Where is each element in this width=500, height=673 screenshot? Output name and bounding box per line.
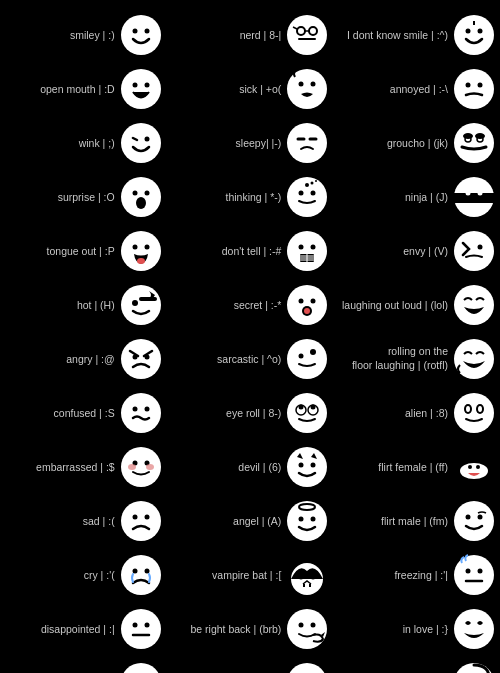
svg-point-115 [299,575,304,580]
svg-point-108 [454,501,494,541]
list-item: confused | :S [0,386,167,440]
svg-point-2 [144,29,149,34]
svg-point-39 [311,191,316,196]
svg-point-95 [287,447,327,487]
svg-point-59 [454,231,494,271]
emoji-icon [285,13,329,57]
emoji-icon [452,229,496,273]
emoji-label: eye roll | 8-) [171,407,282,420]
svg-point-126 [299,623,304,628]
list-item: surprise | :O [0,170,167,224]
emoji-label: flirt female | (ff) [337,461,448,474]
emoji-icon [452,337,496,381]
emoji-icon [285,229,329,273]
svg-point-89 [478,406,482,412]
svg-point-105 [299,517,304,522]
svg-point-79 [144,407,149,412]
emoji-label: angel | (A) [171,515,282,528]
svg-point-16 [287,69,327,109]
svg-point-1 [132,29,137,34]
svg-point-68 [304,308,310,314]
svg-point-64 [287,285,327,325]
svg-point-113 [144,569,149,574]
svg-point-100 [476,465,480,469]
list-item: flirt male | (fm) [333,494,500,548]
list-item: ninja | (J) [333,170,500,224]
svg-point-119 [478,569,483,574]
list-item: sad | :( [0,494,167,548]
list-item: smiley | :) [0,8,167,62]
svg-point-61 [121,285,161,325]
list-item: annoyed | :-\ [333,62,500,116]
svg-point-49 [144,245,149,250]
svg-point-109 [466,515,471,520]
list-item: nerd | 8-| [167,8,334,62]
svg-point-42 [315,180,317,182]
svg-point-17 [299,82,304,87]
emoji-icon [285,121,329,165]
emoji-icon [119,445,163,489]
emoji-icon [119,229,163,273]
emoji-label: disappointed | :| [4,623,115,636]
svg-point-65 [299,299,304,304]
emoji-label: angry | :@ [4,353,115,366]
emoji-icon [119,67,163,111]
emoji-label: nerd | 8-| [171,29,282,42]
svg-point-46 [478,191,483,196]
svg-point-125 [287,609,327,649]
emoji-label: flirt male | (fm) [337,515,448,528]
emoji-icon [285,391,329,435]
emoji-label: don't tell | :-# [171,245,282,258]
svg-point-41 [311,182,314,185]
svg-point-10 [466,29,471,34]
list-item: flirt female | (ff) [333,440,500,494]
emoji-label: sick | +o( [171,83,282,96]
svg-point-99 [468,465,472,469]
svg-point-93 [128,464,136,470]
list-item: be right back | (brb) [167,602,334,656]
svg-point-20 [466,83,471,88]
svg-point-25 [287,123,327,163]
svg-point-52 [299,245,304,250]
svg-point-11 [478,29,483,34]
emoji-label: annoyed | :-\ [337,83,448,96]
svg-point-51 [287,231,327,271]
emoji-label: freezing | :'| [337,569,448,582]
emoji-icon [452,13,496,57]
svg-point-60 [478,245,483,250]
emoji-icon [285,337,329,381]
emoji-icon [452,607,496,651]
emoji-label: groucho | (jk) [337,137,448,150]
emoji-icon [285,445,329,489]
emoji-label: open mouth | :D [4,83,115,96]
emoji-icon [452,175,496,219]
svg-point-101 [121,501,161,541]
emoji-label: embarrassed | :$ [4,461,115,474]
emoji-label: tongue out | :P [4,245,115,258]
svg-point-36 [136,197,146,209]
list-item: baring teeth | 8o| [0,656,167,673]
svg-point-110 [478,515,483,520]
emoji-icon [285,499,329,543]
svg-point-111 [121,555,161,595]
svg-point-78 [132,407,137,412]
svg-point-138 [287,663,327,673]
svg-point-62 [132,300,138,306]
svg-point-94 [146,464,154,470]
svg-point-102 [132,515,137,520]
svg-point-69 [454,285,494,325]
svg-point-127 [311,623,316,628]
svg-point-104 [287,501,327,541]
svg-point-118 [466,569,471,574]
list-item: in love | :} [333,602,500,656]
svg-point-50 [137,258,145,264]
emoji-icon [452,499,496,543]
emoji-icon [119,175,163,219]
emoji-icon [452,67,496,111]
list-item: open mouth | :D [0,62,167,116]
svg-point-75 [310,349,316,355]
list-item: laughing out loud | (lol) [333,278,500,332]
emoji-icon [285,607,329,651]
emoji-icon [119,121,163,165]
svg-point-122 [132,623,137,628]
